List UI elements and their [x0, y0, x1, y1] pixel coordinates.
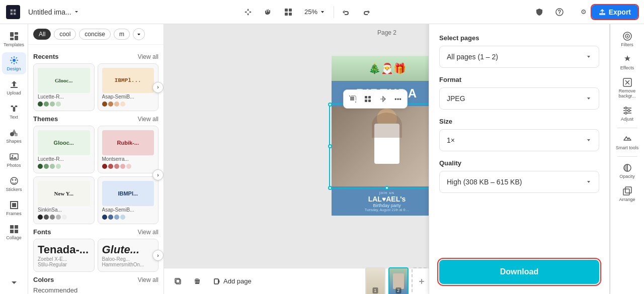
help-button[interactable] [551, 4, 568, 20]
svg-rect-0 [285, 9, 288, 12]
right-item-filters[interactable]: Filters [613, 28, 641, 50]
svg-rect-3 [289, 13, 292, 16]
tag-concise[interactable]: concise [79, 29, 111, 40]
theme-card-2[interactable]: Rubik-... Montserra... [98, 126, 159, 173]
export-button[interactable]: Export [592, 5, 638, 19]
svg-point-33 [628, 110, 630, 112]
delete-page-button[interactable] [189, 273, 205, 289]
card-footer: join us LAL♥AEL's Birthday party Tuesday… [332, 186, 442, 216]
recents-title: Recents [33, 53, 59, 60]
undo-button[interactable] [338, 4, 354, 20]
pages-select[interactable]: All pages (1 – 2) [439, 46, 599, 68]
tag-all[interactable]: All [33, 29, 51, 40]
recent-card-1[interactable]: Glooc... Lucette-R... [33, 63, 95, 111]
duplicate-page-button[interactable] [170, 273, 186, 289]
theme-card-4[interactable]: IBMPl... Asap-SemiB... [98, 176, 159, 224]
recents-scroll-right[interactable]: › [152, 82, 164, 93]
export-label: Export [609, 8, 631, 16]
right-sep-1 [617, 128, 637, 128]
svg-rect-13 [10, 154, 18, 160]
fonts-view-all[interactable]: View all [138, 229, 158, 236]
format-label: Format [439, 76, 599, 83]
quality-select[interactable]: High (308 KB – 615 KB) [439, 171, 599, 193]
sidebar-item-label: Templates [4, 42, 24, 47]
themes-view-all[interactable]: View all [138, 116, 158, 123]
page-thumb-1[interactable]: 1 [365, 267, 385, 295]
right-item-arrange[interactable]: Arrange [613, 183, 641, 205]
sidebar-item-collage[interactable]: Collage [2, 221, 26, 243]
sidebar-item-shapes[interactable]: Shapes [2, 125, 26, 147]
sidebar-item-stickers[interactable]: Stickers [2, 173, 26, 195]
sidebar-item-text[interactable]: Text [2, 101, 26, 123]
svg-rect-2 [285, 13, 288, 16]
export-panel: Export × Select pages All pages (1 – 2) … [429, 24, 610, 294]
right-sep-2 [617, 156, 637, 157]
svg-rect-23 [368, 100, 371, 102]
svg-rect-37 [625, 187, 631, 193]
thumb-2-label: 2 [395, 287, 401, 293]
svg-point-32 [625, 107, 627, 109]
themes-title: Themes [33, 115, 58, 123]
themes-section-header: Themes View all [33, 115, 158, 123]
svg-rect-17 [15, 225, 18, 229]
more-options-button[interactable]: ••• [391, 92, 405, 106]
format-select[interactable]: JPEG [439, 87, 599, 110]
settings-button[interactable]: ⚙ [572, 4, 588, 20]
svg-point-5 [559, 14, 559, 14]
redo-button[interactable] [358, 4, 374, 20]
themes-scroll-right[interactable]: › [152, 169, 164, 180]
theme-card-3[interactable]: New Y... SinkinSa... [33, 176, 95, 224]
zoom-button[interactable]: 25% [300, 6, 330, 18]
right-item-smart-tools[interactable]: Smart tools [613, 131, 641, 153]
sidebar-item-photos[interactable]: Photos [2, 149, 26, 171]
colors-view-all[interactable]: View all [138, 276, 158, 283]
svg-rect-21 [368, 96, 371, 99]
right-item-removebg-label: Remove backgr... [615, 88, 639, 99]
font-card-2[interactable]: Glute... Baloo-Reg... HammersmithOn... [98, 239, 159, 272]
svg-rect-26 [214, 279, 218, 284]
file-name-button[interactable]: Untitled ima... [24, 6, 84, 18]
tag-cool[interactable]: cool [54, 29, 76, 40]
page-thumb-2[interactable]: 2 [388, 267, 409, 295]
tag-m[interactable]: m [114, 29, 130, 40]
sidebar-item-upload[interactable]: Upload [2, 76, 26, 99]
tag-more-button[interactable] [133, 28, 145, 40]
svg-rect-19 [15, 230, 18, 233]
add-page-button[interactable]: Add page [208, 275, 257, 287]
sidebar-item-templates[interactable]: Templates [2, 28, 26, 50]
flip-button[interactable] [376, 92, 390, 106]
right-item-smarttools-label: Smart tools [616, 145, 639, 150]
svg-rect-36 [623, 189, 629, 195]
download-button[interactable]: Download [439, 260, 599, 284]
main-area: Templates Design Upload Text Shapes Phot… [0, 24, 644, 294]
canvas-page-wrapper[interactable]: 🎄🎅🎁 BIRTHDA join us [332, 56, 442, 237]
size-select[interactable]: 1× [439, 129, 599, 151]
quality-label: Quality [439, 159, 599, 167]
move-tool-button[interactable] [240, 4, 256, 20]
sidebar-item-more[interactable] [2, 274, 26, 290]
hand-tool-button[interactable] [260, 4, 276, 20]
recents-view-all[interactable]: View all [138, 53, 158, 60]
sidebar-item-frames[interactable]: Frames [2, 197, 26, 219]
right-item-adjust[interactable]: Adjust [613, 103, 641, 125]
fonts-scroll-right[interactable]: › [152, 250, 164, 261]
right-item-adjust-label: Adjust [621, 117, 633, 122]
font-card-1[interactable]: Tenada-... Zoebel X-E... Stilu-Regular [33, 239, 95, 272]
topbar-left: Untitled ima... [6, 5, 84, 19]
right-item-effects[interactable]: Effects [613, 51, 641, 73]
right-item-remove-bg[interactable]: Remove backgr... [613, 74, 641, 102]
svg-point-34 [625, 112, 627, 114]
right-item-opacity[interactable]: Opacity [613, 160, 641, 182]
sidebar-item-label: Stickers [6, 187, 22, 192]
theme-card-1[interactable]: Glooc... Lucette-R... [33, 126, 95, 173]
sidebar-item-design[interactable]: Design [2, 52, 26, 74]
layout-button[interactable] [280, 4, 296, 20]
themes-section: Glooc... Lucette-R... Rubi [33, 126, 158, 224]
shield-icon-button[interactable] [531, 4, 547, 20]
topbar: Untitled ima... 25% [0, 0, 644, 24]
grid-button[interactable] [361, 92, 375, 106]
recent-card-2[interactable]: IBMPl... Asap-SemiB... [98, 63, 159, 111]
bottom-bar-left: Add page [170, 273, 257, 289]
crop-button[interactable] [346, 92, 360, 106]
fonts-section-header: Fonts View all [33, 228, 158, 236]
